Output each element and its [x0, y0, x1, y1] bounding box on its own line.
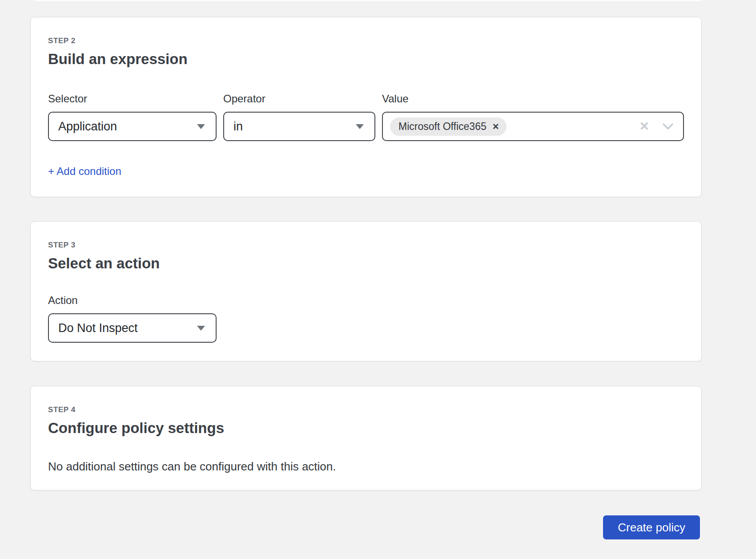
step4-card: STEP 4 Configure policy settings No addi… — [30, 386, 702, 490]
dropdown-caret-icon — [197, 124, 205, 129]
step2-label: STEP 2 — [48, 37, 684, 45]
clear-values-icon[interactable]: ✕ — [639, 121, 649, 133]
action-selected-value: Do Not Inspect — [58, 321, 138, 335]
step3-title: Select an action — [48, 255, 684, 272]
selector-label: Selector — [48, 93, 217, 105]
step2-card: STEP 2 Build an expression Selector Appl… — [30, 17, 702, 197]
remove-tag-icon[interactable]: ✕ — [492, 122, 499, 131]
operator-label: Operator — [223, 93, 375, 105]
operator-field: Operator in — [223, 93, 375, 141]
selector-field: Selector Application — [48, 93, 217, 141]
create-policy-button[interactable]: Create policy — [603, 515, 700, 539]
dropdown-caret-icon — [197, 326, 205, 331]
dropdown-caret-icon — [356, 124, 364, 129]
step2-title: Build an expression — [48, 51, 684, 68]
multiselect-controls: ✕ — [639, 121, 673, 133]
add-condition-link[interactable]: + Add condition — [48, 165, 121, 178]
selector-select[interactable]: Application — [48, 112, 217, 141]
step4-title: Configure policy settings — [48, 420, 684, 437]
value-tag-label: Microsoft Office365 — [398, 121, 487, 133]
step3-label: STEP 3 — [48, 241, 684, 249]
value-label: Value — [382, 93, 684, 105]
value-field: Value Microsoft Office365 ✕ ✕ — [382, 93, 684, 141]
operator-selected-value: in — [233, 120, 243, 134]
value-multiselect[interactable]: Microsoft Office365 ✕ ✕ — [382, 112, 684, 141]
no-settings-note: No additional settings can be configured… — [48, 460, 684, 473]
action-fields-row: Action Do Not Inspect — [48, 294, 684, 343]
action-field: Action Do Not Inspect — [48, 294, 217, 343]
value-tag: Microsoft Office365 ✕ — [390, 117, 507, 136]
chevron-down-icon[interactable] — [663, 123, 673, 130]
action-label: Action — [48, 294, 217, 307]
previous-card-bottom-edge — [34, 0, 702, 2]
selector-selected-value: Application — [58, 120, 117, 134]
expression-fields-row: Selector Application Operator in Value M… — [48, 93, 684, 141]
action-select[interactable]: Do Not Inspect — [48, 313, 217, 343]
policy-builder-page: STEP 2 Build an expression Selector Appl… — [0, 0, 756, 539]
operator-select[interactable]: in — [223, 112, 375, 141]
step3-card: STEP 3 Select an action Action Do Not In… — [30, 221, 702, 361]
form-footer: Create policy — [30, 515, 702, 539]
step4-label: STEP 4 — [48, 406, 684, 413]
